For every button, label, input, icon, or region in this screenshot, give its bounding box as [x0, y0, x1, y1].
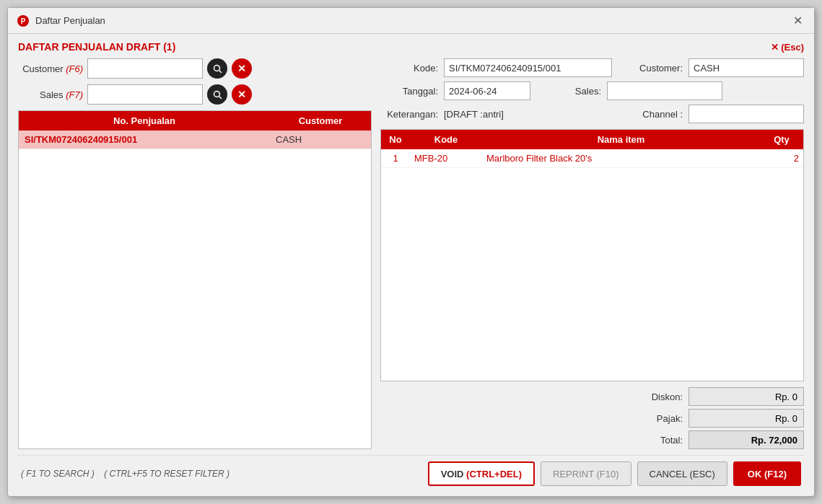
bottom-bar: ( F1 TO SEARCH ) ( CTRL+F5 TO RESET FILT… — [18, 455, 804, 489]
item-no: 1 — [381, 149, 410, 167]
svg-line-5 — [219, 96, 222, 99]
customer-search-button[interactable] — [207, 58, 227, 79]
esc-button[interactable]: ✕ (Esc) — [771, 42, 804, 53]
list-customer: CASH — [270, 131, 371, 149]
total-value — [688, 430, 804, 449]
cancel-shortcut: (ESC) — [689, 469, 714, 479]
right-panel: Kode: Customer: Tanggal: Sales: Keterang… — [380, 58, 804, 449]
reprint-label: REPRINT — [553, 469, 594, 479]
items-body: 1 MFB-20 Marlboro Filter Black 20's 2 — [381, 149, 803, 381]
total-row: Total: — [639, 430, 804, 449]
detail-grid-row2: Tanggal: Sales: — [380, 81, 804, 100]
tanggal-label: Tanggal: — [380, 86, 438, 97]
totals-section: Diskon: Pajak: Total: — [380, 387, 804, 449]
svg-point-2 — [214, 65, 219, 71]
tanggal-input[interactable] — [444, 81, 530, 100]
detail-row3: Keterangan: [DRAFT :antri] Channel : — [380, 105, 804, 123]
customer-clear-button[interactable]: ✕ — [232, 58, 252, 79]
customer-search-input[interactable] — [87, 58, 203, 79]
cancel-label: CANCEL — [650, 469, 687, 479]
ok-button[interactable]: OK (F12) — [733, 461, 801, 486]
sales-detail-input[interactable] — [607, 81, 722, 100]
sales-search-input[interactable] — [87, 84, 203, 105]
list-header: No. Penjualan Customer — [19, 111, 371, 131]
hint1: ( F1 TO SEARCH ) — [21, 469, 95, 479]
ok-shortcut: (F12) — [764, 469, 787, 479]
item-kode: MFB-20 — [410, 149, 482, 167]
pajak-value — [688, 409, 804, 428]
item-nama: Marlboro Filter Black 20's — [482, 149, 760, 167]
col-no-penjualan-header: No. Penjualan — [19, 111, 270, 131]
items-header: No Kode Nama item Qty — [381, 130, 803, 149]
channel-input[interactable] — [688, 105, 804, 123]
customer-filter-label: Customer (F6) — [18, 63, 83, 74]
void-shortcut: (CTRL+DEL) — [466, 469, 522, 479]
content-area: DAFTAR PENJUALAN DRAFT (1) ✕ (Esc) Custo… — [8, 34, 814, 496]
sales-detail-label: Sales: — [536, 86, 601, 97]
left-panel: Customer (F6) ✕ Sales (F7) — [18, 58, 372, 449]
pajak-row: Pajak: — [639, 409, 804, 428]
kode-label: Kode: — [380, 63, 438, 74]
items-col-kode-header: Kode — [410, 130, 482, 149]
sales-filter-row: Sales (F7) ✕ — [18, 84, 372, 105]
svg-point-4 — [214, 91, 219, 97]
detail-fields: Kode: Customer: Tanggal: Sales: Keterang… — [380, 58, 804, 123]
penjualan-list: No. Penjualan Customer SI/TKM07240624091… — [18, 110, 372, 449]
svg-line-3 — [219, 70, 222, 73]
keterangan-value: [DRAFT :antri] — [444, 109, 504, 120]
diskon-value — [688, 387, 804, 406]
search-icon — [213, 64, 222, 74]
search-icon — [213, 90, 222, 100]
items-table: No Kode Nama item Qty 1 MFB-20 Marlboro … — [380, 129, 804, 381]
sales-filter-label: Sales (F7) — [18, 89, 83, 100]
sales-search-button[interactable] — [207, 84, 227, 105]
main-area: Customer (F6) ✕ Sales (F7) — [18, 58, 804, 449]
pajak-label: Pajak: — [639, 413, 683, 424]
items-col-no-header: No — [381, 130, 410, 149]
diskon-row: Diskon: — [639, 387, 804, 406]
header-row: DAFTAR PENJUALAN DRAFT (1) ✕ (Esc) — [18, 41, 804, 53]
main-window: P Daftar Penjualan ✕ DAFTAR PENJUALAN DR… — [7, 7, 815, 497]
list-no-penjualan: SI/TKM072406240915/001 — [19, 131, 270, 149]
items-col-nama-header: Nama item — [482, 130, 760, 149]
bottom-buttons: VOID (CTRL+DEL) REPRINT (F10) CANCEL (ES… — [428, 461, 801, 486]
reprint-shortcut: (F10) — [596, 469, 618, 479]
diskon-label: Diskon: — [639, 392, 683, 402]
void-label: VOID — [441, 469, 464, 479]
table-row[interactable]: 1 MFB-20 Marlboro Filter Black 20's 2 — [381, 149, 803, 168]
sales-shortcut: (F7) — [66, 89, 83, 100]
channel-label: Channel : — [642, 109, 683, 120]
reprint-button[interactable]: REPRINT (F10) — [541, 461, 631, 486]
customer-shortcut: (F6) — [66, 63, 83, 74]
title-bar: P Daftar Penjualan ✕ — [8, 8, 814, 34]
app-icon: P — [17, 14, 30, 27]
window-title: Daftar Penjualan — [35, 15, 105, 26]
page-title: DAFTAR PENJUALAN DRAFT (1) — [18, 41, 175, 53]
total-label: Total: — [639, 435, 683, 446]
customer-detail-label: Customer: — [618, 63, 683, 74]
customer-detail-input[interactable] — [688, 58, 804, 77]
items-col-qty-header: Qty — [760, 130, 803, 149]
hint2: ( CTRL+F5 TO RESET FILTER ) — [104, 469, 229, 479]
list-body: SI/TKM072406240915/001 CASH — [19, 131, 371, 448]
item-qty: 2 — [760, 149, 803, 167]
bottom-hints: ( F1 TO SEARCH ) ( CTRL+F5 TO RESET FILT… — [21, 469, 229, 479]
cancel-button[interactable]: CANCEL (ESC) — [637, 461, 727, 486]
sales-clear-button[interactable]: ✕ — [232, 84, 252, 105]
svg-text:P: P — [21, 17, 26, 25]
detail-grid-row1: Kode: Customer: — [380, 58, 804, 77]
window-close-button[interactable]: ✕ — [790, 13, 805, 29]
void-button[interactable]: VOID (CTRL+DEL) — [428, 461, 535, 486]
list-item[interactable]: SI/TKM072406240915/001 CASH — [19, 131, 371, 149]
ok-label: OK — [748, 469, 762, 479]
title-bar-left: P Daftar Penjualan — [17, 14, 105, 27]
col-customer-header: Customer — [270, 111, 371, 131]
customer-filter-row: Customer (F6) ✕ — [18, 58, 372, 79]
kode-input[interactable] — [444, 58, 612, 77]
keterangan-label: Keterangan: — [380, 109, 438, 120]
